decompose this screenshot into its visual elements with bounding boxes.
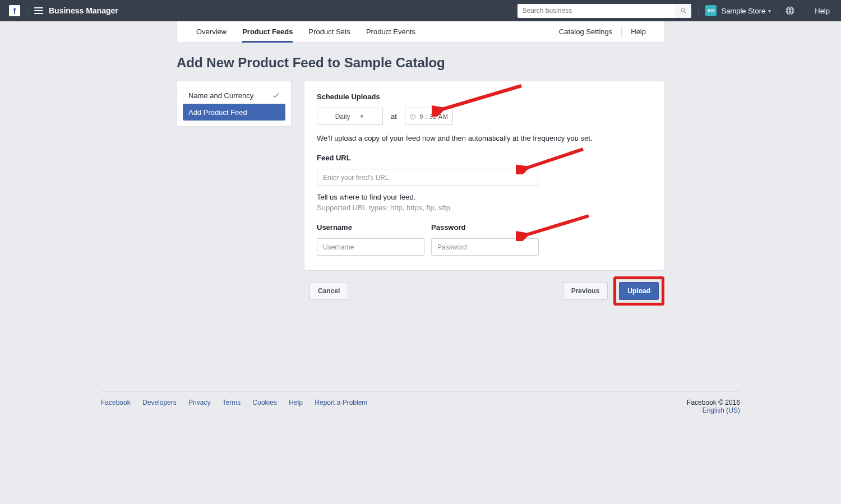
divider — [698, 4, 699, 17]
footer-language[interactable]: English (US) — [687, 406, 740, 414]
footer-link-help[interactable]: Help — [289, 399, 303, 406]
button-label: Upload — [627, 287, 650, 295]
schedule-hint: We'll upload a copy of your feed now and… — [317, 134, 651, 142]
button-label: Cancel — [318, 287, 340, 295]
help-link[interactable]: Help — [815, 7, 830, 15]
link-label: Catalog Settings — [559, 27, 612, 36]
footer-link-terms[interactable]: Terms — [223, 399, 241, 406]
search-input[interactable] — [517, 4, 676, 18]
divider — [621, 26, 622, 38]
divider — [778, 4, 778, 17]
menu-icon[interactable] — [34, 7, 43, 14]
globe-icon[interactable] — [785, 6, 795, 16]
global-search — [517, 4, 691, 18]
feed-url-input[interactable] — [317, 169, 538, 186]
step-add-product-feed[interactable]: Add Product Feed — [183, 104, 285, 121]
tab-label: Overview — [196, 27, 227, 36]
feed-form: Schedule Uploads Daily ▼ at 9 : 31 AM We… — [304, 81, 664, 271]
account-badge: KD — [705, 5, 717, 16]
step-name-and-currency[interactable]: Name and Currency — [183, 87, 285, 104]
frequency-select[interactable]: Daily ▼ — [317, 108, 383, 125]
cancel-button[interactable]: Cancel — [309, 282, 348, 300]
account-name: Sample Store — [721, 7, 765, 15]
page-footer: Facebook Developers Privacy Terms Cookie… — [101, 391, 740, 414]
footer-link-developers[interactable]: Developers — [142, 399, 177, 406]
tab-overview[interactable]: Overview — [188, 21, 234, 42]
tab-label: Product Events — [366, 27, 415, 36]
username-label: Username — [317, 223, 424, 232]
facebook-logo-icon[interactable]: f — [9, 5, 20, 16]
divider — [27, 4, 27, 17]
step-label: Add Product Feed — [188, 108, 247, 117]
upload-button[interactable]: Upload — [619, 282, 659, 300]
search-button[interactable] — [676, 4, 691, 18]
tab-product-sets[interactable]: Product Sets — [301, 21, 358, 42]
at-label: at — [391, 112, 397, 121]
divider — [802, 4, 802, 17]
page-title: Add New Product Feed to Sample Catalog — [177, 55, 664, 71]
check-icon — [272, 91, 280, 99]
feed-url-supported-types: Supported URL types: http, https, ftp, s… — [317, 204, 651, 212]
chevron-down-icon: ▼ — [359, 113, 364, 119]
wizard-steps: Name and Currency Add Product Feed — [177, 81, 292, 127]
username-input[interactable] — [317, 238, 424, 256]
schedule-uploads-label: Schedule Uploads — [317, 93, 651, 101]
time-input[interactable]: 9 : 31 AM — [405, 108, 453, 125]
global-topbar: f Business Manager KD Sample Store ▾ Hel… — [0, 0, 841, 21]
link-label: Help — [631, 27, 646, 36]
password-label: Password — [431, 223, 539, 232]
footer-link-facebook[interactable]: Facebook — [101, 399, 131, 406]
footer-link-cookies[interactable]: Cookies — [253, 399, 277, 406]
tab-product-events[interactable]: Product Events — [358, 21, 423, 42]
password-input[interactable] — [431, 238, 539, 256]
footer-link-report[interactable]: Report a Problem — [315, 399, 367, 406]
catalog-settings-link[interactable]: Catalog Settings — [552, 27, 619, 36]
previous-button[interactable]: Previous — [563, 282, 608, 300]
catalog-tabs: Overview Product Feeds Product Sets Prod… — [177, 21, 664, 43]
footer-copyright: Facebook © 2016 — [687, 399, 740, 406]
tab-label: Product Sets — [308, 27, 350, 36]
account-selector[interactable]: KD Sample Store ▾ — [705, 5, 771, 16]
time-value: 9 : 31 AM — [419, 113, 448, 120]
search-icon — [680, 7, 687, 15]
step-label: Name and Currency — [188, 91, 253, 100]
feed-url-label: Feed URL — [317, 154, 651, 162]
feed-url-hint: Tell us where to find your feed. — [317, 193, 651, 201]
app-title[interactable]: Business Manager — [49, 6, 118, 15]
chevron-down-icon: ▾ — [768, 8, 771, 14]
upload-highlight-annotation: Upload — [613, 276, 664, 306]
form-buttons: Cancel Previous Upload — [309, 276, 664, 306]
footer-links: Facebook Developers Privacy Terms Cookie… — [101, 399, 377, 414]
button-label: Previous — [571, 287, 600, 295]
tab-product-feeds[interactable]: Product Feeds — [234, 21, 301, 42]
footer-link-privacy[interactable]: Privacy — [188, 399, 210, 406]
catalog-help-link[interactable]: Help — [624, 27, 653, 36]
tab-label: Product Feeds — [242, 27, 293, 36]
frequency-value: Daily — [335, 113, 350, 121]
clock-icon — [409, 113, 416, 120]
